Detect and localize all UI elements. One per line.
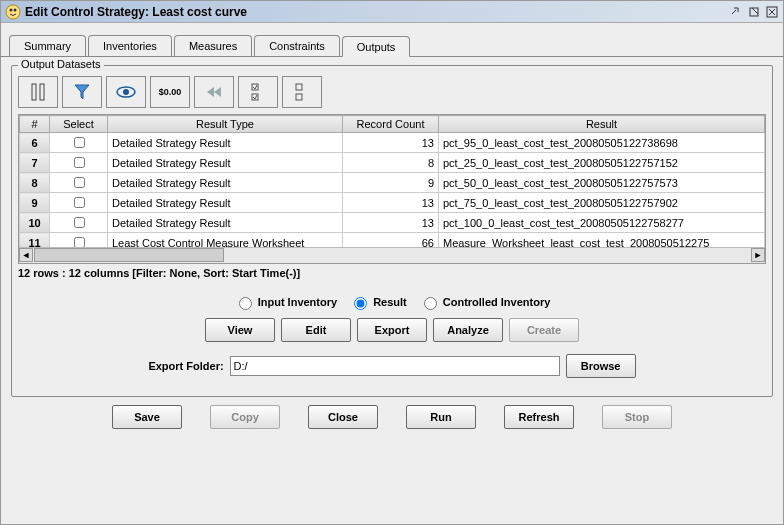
tab-outputs[interactable]: Outputs	[342, 36, 411, 57]
row-checkbox[interactable]	[74, 237, 85, 247]
table-row[interactable]: 10Detailed Strategy Result13pct_100_0_le…	[20, 213, 765, 233]
create-button: Create	[509, 318, 579, 342]
radio-label: Result	[373, 296, 407, 308]
scroll-thumb[interactable]	[34, 248, 224, 262]
row-record-count: 13	[343, 193, 439, 213]
row-select-cell[interactable]	[50, 133, 108, 153]
col-result[interactable]: Result	[439, 116, 765, 133]
view-button[interactable]: View	[205, 318, 275, 342]
table-status: 12 rows : 12 columns [Filter: None, Sort…	[18, 264, 766, 282]
eye-icon[interactable]	[106, 76, 146, 108]
export-button[interactable]: Export	[357, 318, 427, 342]
table-toolbar: $0.00	[18, 76, 766, 108]
bottom-button-bar: Save Copy Close Run Refresh Stop	[11, 397, 773, 441]
minimize-icon[interactable]	[729, 5, 743, 19]
row-result-type: Least Cost Control Measure Worksheet	[108, 233, 343, 248]
fieldset-legend: Output Datasets	[18, 58, 104, 70]
row-checkbox[interactable]	[74, 177, 85, 188]
svg-point-1	[10, 8, 13, 11]
row-number: 11	[20, 233, 50, 248]
row-result: pct_50_0_least_cost_test_200805051227575…	[439, 173, 765, 193]
row-result: pct_75_0_least_cost_test_200805051227579…	[439, 193, 765, 213]
svg-rect-5	[32, 84, 36, 100]
row-record-count: 8	[343, 153, 439, 173]
titlebar: Edit Control Strategy: Least cost curve	[1, 1, 783, 23]
row-checkbox[interactable]	[74, 217, 85, 228]
svg-rect-3	[750, 8, 758, 16]
close-button[interactable]: Close	[308, 405, 378, 429]
table-row[interactable]: 9Detailed Strategy Result13pct_75_0_leas…	[20, 193, 765, 213]
columns-icon[interactable]	[18, 76, 58, 108]
table-row[interactable]: 8Detailed Strategy Result9pct_50_0_least…	[20, 173, 765, 193]
row-result: pct_95_0_least_cost_test_200805051227386…	[439, 133, 765, 153]
tab-bar: Summary Inventories Measures Constraints…	[1, 23, 783, 57]
row-select-cell[interactable]	[50, 213, 108, 233]
svg-point-2	[14, 8, 17, 11]
action-buttons: View Edit Export Analyze Create	[18, 318, 766, 342]
stop-button: Stop	[602, 405, 672, 429]
select-all-icon[interactable]	[238, 76, 278, 108]
tab-inventories[interactable]: Inventories	[88, 35, 172, 56]
row-result-type: Detailed Strategy Result	[108, 213, 343, 233]
tab-measures[interactable]: Measures	[174, 35, 252, 56]
radio-controlled-inventory[interactable]: Controlled Inventory	[419, 294, 551, 310]
edit-button[interactable]: Edit	[281, 318, 351, 342]
row-select-cell[interactable]	[50, 173, 108, 193]
results-table-container: # Select Result Type Record Count Result…	[18, 114, 766, 264]
tab-constraints[interactable]: Constraints	[254, 35, 340, 56]
row-checkbox[interactable]	[74, 157, 85, 168]
row-result-type: Detailed Strategy Result	[108, 173, 343, 193]
row-result-type: Detailed Strategy Result	[108, 153, 343, 173]
row-result: pct_25_0_least_cost_test_200805051227571…	[439, 153, 765, 173]
col-record-count[interactable]: Record Count	[343, 116, 439, 133]
row-result: Measure_Worksheet_least_cost_test_200805…	[439, 233, 765, 248]
tab-summary[interactable]: Summary	[9, 35, 86, 56]
currency-icon[interactable]: $0.00	[150, 76, 190, 108]
svg-point-0	[6, 5, 20, 19]
row-select-cell[interactable]	[50, 233, 108, 248]
output-datasets-group: Output Datasets $0.00 # Select	[11, 65, 773, 397]
radio-label: Controlled Inventory	[443, 296, 551, 308]
close-icon[interactable]	[765, 5, 779, 19]
col-result-type[interactable]: Result Type	[108, 116, 343, 133]
export-folder-row: Export Folder: Browse	[18, 354, 766, 378]
horizontal-scrollbar[interactable]: ◄ ►	[19, 247, 765, 263]
clear-sel-icon[interactable]	[282, 76, 322, 108]
col-number[interactable]: #	[20, 116, 50, 133]
window-title: Edit Control Strategy: Least cost curve	[25, 5, 725, 19]
filter-icon[interactable]	[62, 76, 102, 108]
scroll-left-arrow[interactable]: ◄	[19, 248, 33, 262]
table-row[interactable]: 6Detailed Strategy Result13pct_95_0_leas…	[20, 133, 765, 153]
row-number: 8	[20, 173, 50, 193]
row-select-cell[interactable]	[50, 193, 108, 213]
table-row[interactable]: 11Least Cost Control Measure Worksheet66…	[20, 233, 765, 248]
row-number: 10	[20, 213, 50, 233]
radio-label: Input Inventory	[258, 296, 337, 308]
run-button[interactable]: Run	[406, 405, 476, 429]
row-result: pct_100_0_least_cost_test_20080505122758…	[439, 213, 765, 233]
radio-input-inventory[interactable]: Input Inventory	[234, 294, 337, 310]
row-result-type: Detailed Strategy Result	[108, 133, 343, 153]
window-frame: Edit Control Strategy: Least cost curve …	[0, 0, 784, 525]
row-number: 6	[20, 133, 50, 153]
radio-result[interactable]: Result	[349, 294, 407, 310]
row-record-count: 13	[343, 133, 439, 153]
tab-content: Output Datasets $0.00 # Select	[1, 57, 783, 524]
row-checkbox[interactable]	[74, 137, 85, 148]
row-record-count: 66	[343, 233, 439, 248]
row-number: 7	[20, 153, 50, 173]
analyze-button[interactable]: Analyze	[433, 318, 503, 342]
browse-button[interactable]: Browse	[566, 354, 636, 378]
export-folder-input[interactable]	[230, 356, 560, 376]
save-button[interactable]: Save	[112, 405, 182, 429]
scroll-right-arrow[interactable]: ►	[751, 248, 765, 262]
row-select-cell[interactable]	[50, 153, 108, 173]
rewind-icon[interactable]	[194, 76, 234, 108]
refresh-button[interactable]: Refresh	[504, 405, 574, 429]
table-row[interactable]: 7Detailed Strategy Result8pct_25_0_least…	[20, 153, 765, 173]
copy-button: Copy	[210, 405, 280, 429]
row-checkbox[interactable]	[74, 197, 85, 208]
col-select[interactable]: Select	[50, 116, 108, 133]
svg-point-8	[123, 89, 129, 95]
maximize-icon[interactable]	[747, 5, 761, 19]
